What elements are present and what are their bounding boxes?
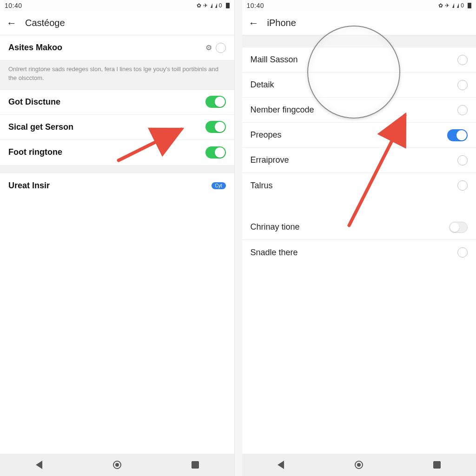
nav-recent-button[interactable] (186, 456, 205, 474)
row-toggle-on[interactable] (447, 129, 468, 141)
list-row-6[interactable]: Chrinay tione (242, 215, 476, 240)
page-title: iPhone (267, 18, 296, 28)
list-row-2[interactable]: Nember fingcode (242, 98, 476, 123)
row-radio[interactable] (457, 247, 468, 258)
list-row-0[interactable]: Maill Sasson (242, 47, 476, 73)
footer-label: Ureat Insir (8, 181, 50, 191)
back-button[interactable]: ← (7, 18, 17, 28)
list-row-4[interactable]: Erraiprove (242, 148, 476, 173)
battery-text: 0 (219, 2, 222, 9)
footer-row[interactable]: Ureat Insir Cyt (0, 173, 234, 198)
page-title: Castéoge (25, 18, 65, 28)
triangle-back-icon (36, 461, 42, 469)
row-label: Chrinay tione (251, 222, 300, 232)
square-recent-icon (433, 461, 441, 469)
row-label: Talrus (251, 181, 273, 191)
signal-icon (211, 3, 212, 8)
toggle-row-0[interactable]: Got Disctune (0, 90, 234, 115)
row-radio[interactable] (457, 55, 468, 65)
group-spacer (242, 198, 476, 215)
title-bar: ← Castéoge (0, 11, 234, 35)
row-radio[interactable] (457, 180, 468, 191)
phone-left: 10:40 ✿ ✈ 0 ← Castéoge Asites Makoo ⚙ On… (0, 0, 235, 476)
signal-icon-2 (457, 3, 459, 8)
settings-glyph-icon: ✿ (438, 2, 443, 9)
status-bar: 10:40 ✿ ✈ 0 (242, 0, 476, 11)
gear-icon[interactable]: ⚙ (205, 43, 212, 52)
settings-glyph-icon: ✿ (197, 2, 201, 9)
row-radio[interactable] (457, 105, 468, 115)
status-icons: ✿ ✈ 0 (438, 2, 471, 9)
row-radio[interactable] (457, 155, 468, 165)
status-time: 10:40 (247, 2, 264, 9)
list-row-1[interactable]: Detaik (242, 73, 476, 98)
row-label: Erraiprove (251, 155, 289, 165)
toggle-switch-1[interactable] (205, 121, 226, 133)
info-text: Onlrert ringtone sads redeges slon, fera… (0, 60, 234, 90)
nav-home-button[interactable] (350, 456, 368, 474)
toggle-switch-2[interactable] (205, 146, 226, 159)
nav-back-button[interactable] (271, 456, 290, 474)
battery-text: 0 (461, 2, 464, 9)
send-icon: ✈ (203, 2, 208, 9)
row-label: Nember fingcode (251, 105, 314, 115)
section-divider (0, 165, 234, 173)
nav-back-button[interactable] (30, 456, 48, 474)
list-row-3[interactable]: Preopes (242, 123, 476, 148)
row-label: Detaik (251, 80, 274, 90)
toggle-switch-0[interactable] (205, 96, 226, 108)
signal-icon-2 (215, 3, 217, 8)
send-icon: ✈ (445, 2, 450, 9)
nav-bar (0, 454, 234, 476)
header-row-label: Asites Makoo (8, 43, 62, 53)
header-radio[interactable] (216, 43, 226, 53)
toggle-row-1[interactable]: Sical get Serson (0, 115, 234, 140)
nav-recent-button[interactable] (428, 456, 446, 474)
row-label: Snadle there (251, 248, 298, 258)
toggle-label: Foot ringtone (8, 147, 62, 157)
circle-home-icon (113, 461, 121, 469)
row-toggle-off[interactable] (449, 222, 468, 233)
list-row-5[interactable]: Talrus (242, 173, 476, 198)
toggle-label: Sical get Serson (8, 122, 73, 132)
toggle-label: Got Disctune (8, 97, 60, 107)
status-time: 10:40 (5, 2, 22, 9)
header-row[interactable]: Asites Makoo ⚙ (0, 35, 234, 60)
footer-badge: Cyt (212, 182, 226, 189)
section-divider (242, 35, 476, 47)
signal-icon (452, 3, 454, 8)
circle-home-icon (355, 461, 363, 469)
battery-icon (468, 3, 471, 8)
triangle-back-icon (278, 461, 284, 469)
row-label: Maill Sasson (251, 55, 298, 65)
square-recent-icon (192, 461, 199, 469)
toggle-row-2[interactable]: Foot ringtone (0, 140, 234, 165)
phone-right: 10:40 ✿ ✈ 0 ← iPhone Maill Sasson Detaik… (242, 0, 476, 476)
row-radio[interactable] (457, 80, 468, 90)
row-label: Preopes (251, 130, 282, 140)
status-bar: 10:40 ✿ ✈ 0 (0, 0, 234, 11)
nav-bar (242, 454, 476, 476)
title-bar: ← iPhone (242, 11, 476, 35)
list-row-7[interactable]: Snadle there (242, 240, 476, 265)
nav-home-button[interactable] (108, 456, 126, 474)
back-button[interactable]: ← (249, 18, 259, 28)
status-icons: ✿ ✈ 0 (197, 2, 230, 9)
battery-icon (226, 3, 230, 8)
